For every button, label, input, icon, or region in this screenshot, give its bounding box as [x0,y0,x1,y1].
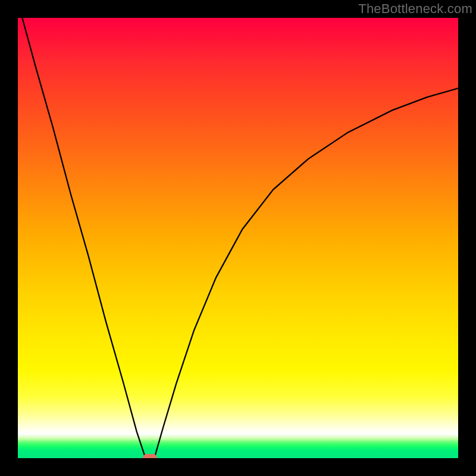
right-branch-curve [154,88,458,458]
left-branch-curve [22,18,145,458]
curve-layer [18,18,458,458]
watermark-text: TheBottleneck.com [358,1,472,17]
chart-frame: TheBottleneck.com [0,0,476,476]
plot-area [18,18,458,458]
bottleneck-marker [143,454,157,459]
